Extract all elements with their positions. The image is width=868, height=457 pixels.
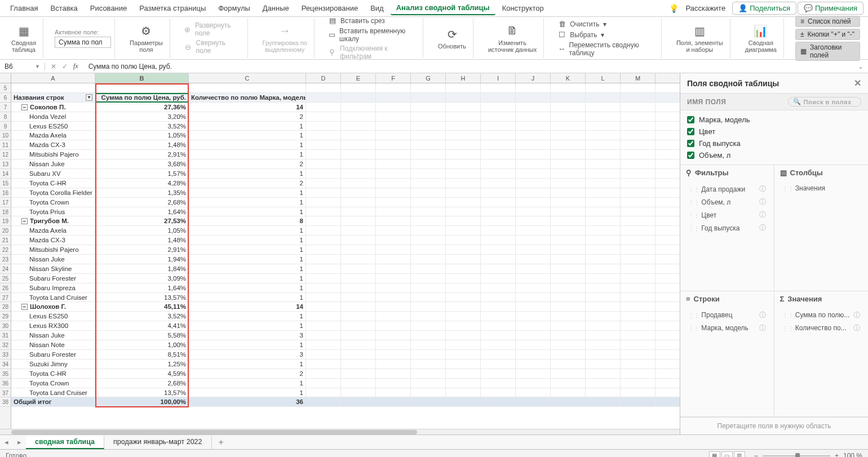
data-name-cell[interactable]: Mazda CX-3 bbox=[11, 236, 95, 245]
empty-cell[interactable] bbox=[306, 369, 341, 378]
empty-cell[interactable] bbox=[306, 169, 341, 178]
empty-cell[interactable] bbox=[551, 283, 586, 292]
empty-cell[interactable] bbox=[306, 198, 341, 207]
empty-cell[interactable] bbox=[376, 274, 411, 283]
empty-cell[interactable] bbox=[341, 216, 376, 225]
empty-cell[interactable] bbox=[376, 350, 411, 359]
empty-cell[interactable] bbox=[411, 283, 446, 292]
data-count-cell[interactable]: 1 bbox=[189, 312, 306, 321]
column-header-F[interactable]: F bbox=[376, 73, 411, 83]
formula-expand-icon[interactable]: ⌄ bbox=[853, 63, 868, 70]
empty-cell[interactable] bbox=[516, 198, 551, 207]
cell[interactable] bbox=[11, 83, 95, 92]
row-header[interactable]: 20 bbox=[0, 226, 11, 236]
empty-cell[interactable] bbox=[516, 83, 551, 92]
data-count-cell[interactable]: 1 bbox=[189, 360, 306, 369]
empty-cell[interactable] bbox=[621, 321, 656, 330]
empty-cell[interactable] bbox=[306, 140, 341, 149]
empty-cell[interactable] bbox=[376, 245, 411, 254]
column-header-K[interactable]: K bbox=[551, 73, 586, 83]
empty-cell[interactable] bbox=[516, 122, 551, 131]
empty-cell[interactable] bbox=[341, 379, 376, 388]
empty-cell[interactable] bbox=[516, 255, 551, 264]
empty-cell[interactable] bbox=[446, 388, 481, 397]
empty-cell[interactable] bbox=[376, 226, 411, 235]
row-header[interactable]: 15 bbox=[0, 179, 11, 188]
data-name-cell[interactable]: Honda Vezel bbox=[11, 112, 95, 121]
data-count-cell[interactable]: 1 bbox=[189, 321, 306, 330]
empty-cell[interactable] bbox=[551, 302, 586, 311]
data-name-cell[interactable]: Subaru XV bbox=[11, 169, 95, 178]
area-pill[interactable]: ⋮⋮ Марка, модельⓘ bbox=[685, 322, 769, 335]
empty-cell[interactable] bbox=[341, 369, 376, 378]
empty-cell[interactable] bbox=[621, 274, 656, 283]
empty-cell[interactable] bbox=[481, 397, 516, 406]
empty-cell[interactable] bbox=[481, 103, 516, 112]
empty-cell[interactable] bbox=[376, 255, 411, 264]
data-sum-cell[interactable]: 4,59% bbox=[95, 369, 189, 378]
empty-cell[interactable] bbox=[341, 274, 376, 283]
share-button[interactable]: 👤 Поделиться bbox=[732, 2, 796, 15]
group-count[interactable]: 14 bbox=[189, 302, 306, 311]
row-header[interactable]: 21 bbox=[0, 236, 11, 245]
empty-cell[interactable] bbox=[306, 340, 341, 349]
empty-cell[interactable] bbox=[481, 179, 516, 188]
area-pill[interactable]: ⋮⋮ Дата продажиⓘ bbox=[685, 183, 769, 196]
empty-cell[interactable] bbox=[446, 274, 481, 283]
empty-cell[interactable] bbox=[621, 83, 656, 92]
empty-cell[interactable] bbox=[446, 207, 481, 216]
data-count-cell[interactable]: 1 bbox=[189, 131, 306, 140]
clear-button[interactable]: 🗑Очистить ▾ bbox=[555, 19, 658, 29]
empty-cell[interactable] bbox=[481, 283, 516, 292]
empty-cell[interactable] bbox=[376, 169, 411, 178]
menu-item-0[interactable]: Главная bbox=[5, 2, 43, 15]
empty-cell[interactable] bbox=[446, 360, 481, 369]
empty-cell[interactable] bbox=[446, 379, 481, 388]
empty-cell[interactable] bbox=[481, 93, 516, 102]
empty-cell[interactable] bbox=[306, 388, 341, 397]
empty-cell[interactable] bbox=[481, 226, 516, 235]
empty-cell[interactable] bbox=[621, 360, 656, 369]
view-page-icon[interactable]: ▭ bbox=[721, 451, 733, 458]
column-header-E[interactable]: E bbox=[341, 73, 376, 83]
empty-cell[interactable] bbox=[341, 388, 376, 397]
data-sum-cell[interactable]: 13,57% bbox=[95, 388, 189, 397]
empty-cell[interactable] bbox=[586, 236, 621, 245]
row-header[interactable]: 16 bbox=[0, 188, 11, 198]
empty-cell[interactable] bbox=[341, 331, 376, 340]
empty-cell[interactable] bbox=[411, 216, 446, 225]
empty-cell[interactable] bbox=[516, 169, 551, 178]
empty-cell[interactable] bbox=[586, 140, 621, 149]
empty-cell[interactable] bbox=[376, 283, 411, 292]
empty-cell[interactable] bbox=[481, 216, 516, 225]
data-sum-cell[interactable]: 1,64% bbox=[95, 283, 189, 292]
empty-cell[interactable] bbox=[411, 103, 446, 112]
empty-cell[interactable] bbox=[306, 83, 341, 92]
empty-cell[interactable] bbox=[341, 122, 376, 131]
empty-cell[interactable] bbox=[516, 103, 551, 112]
empty-cell[interactable] bbox=[621, 140, 656, 149]
data-name-cell[interactable]: Nissan Juke bbox=[11, 159, 95, 168]
empty-cell[interactable] bbox=[481, 198, 516, 207]
empty-cell[interactable] bbox=[341, 226, 376, 235]
empty-cell[interactable] bbox=[411, 312, 446, 321]
data-name-cell[interactable]: Toyota Crown bbox=[11, 198, 95, 207]
pivot-field-checkbox[interactable]: Объем, л bbox=[687, 149, 861, 161]
menu-item-6[interactable]: Рецензирование bbox=[296, 2, 364, 15]
data-name-cell[interactable]: Nissan Note bbox=[11, 340, 95, 349]
empty-cell[interactable] bbox=[446, 159, 481, 168]
data-sum-cell[interactable]: 1,05% bbox=[95, 131, 189, 140]
empty-cell[interactable] bbox=[516, 236, 551, 245]
empty-cell[interactable] bbox=[341, 83, 376, 92]
empty-cell[interactable] bbox=[306, 293, 341, 302]
empty-cell[interactable] bbox=[376, 379, 411, 388]
data-sum-cell[interactable]: 3,52% bbox=[95, 122, 189, 131]
expand-group-icon[interactable]: − bbox=[21, 218, 28, 224]
empty-cell[interactable] bbox=[621, 112, 656, 121]
empty-cell[interactable] bbox=[481, 83, 516, 92]
row-header[interactable]: 10 bbox=[0, 131, 11, 140]
empty-cell[interactable] bbox=[481, 379, 516, 388]
empty-cell[interactable] bbox=[446, 179, 481, 188]
empty-cell[interactable] bbox=[551, 207, 586, 216]
empty-cell[interactable] bbox=[586, 340, 621, 349]
